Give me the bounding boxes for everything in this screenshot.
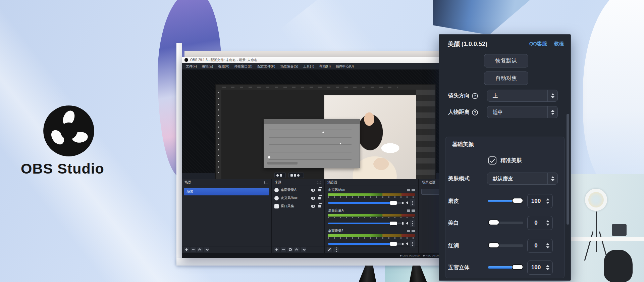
volume-slider-handle[interactable] bbox=[390, 221, 397, 226]
obs-titlebar[interactable]: OBS 29.1.3 - 配置文件: 未命名 - 场景: 未命名 bbox=[182, 57, 452, 63]
menu-docks[interactable]: 停靠窗口(D) bbox=[234, 64, 252, 69]
scenes-dock-header[interactable]: 场景 bbox=[182, 179, 271, 186]
obs-preview-area[interactable] bbox=[182, 69, 452, 173]
whitening-spinbox[interactable]: 0 bbox=[527, 216, 553, 230]
speaker-icon[interactable] bbox=[406, 201, 408, 204]
menu-plugin-center[interactable]: 插件中心(U) bbox=[336, 64, 354, 69]
scene-up-button[interactable] bbox=[197, 247, 203, 252]
face-3d-label: 五官立体 bbox=[448, 264, 470, 271]
qq-support-link[interactable]: QQ客服 bbox=[529, 41, 547, 47]
channel-mini-icons[interactable] bbox=[407, 230, 415, 232]
sources-dock-header[interactable]: 来源 bbox=[272, 179, 324, 186]
remove-source-button[interactable] bbox=[281, 247, 286, 252]
chevron-down-icon[interactable] bbox=[546, 246, 549, 248]
channel-mini-icons[interactable] bbox=[407, 209, 415, 212]
face-3d-slider[interactable] bbox=[488, 266, 523, 269]
help-icon[interactable]: ? bbox=[472, 109, 478, 115]
chevron-down-icon[interactable] bbox=[546, 268, 549, 270]
precise-skin-checkbox-row[interactable]: 精准美肤 bbox=[488, 156, 522, 164]
scenes-dock-title: 场景 bbox=[184, 180, 191, 185]
skin-mode-select[interactable]: 默认磨皮 bbox=[487, 173, 558, 185]
camera-direction-select[interactable]: 上 bbox=[487, 90, 558, 102]
mixer-dock-header[interactable]: 混音器 bbox=[325, 179, 418, 186]
visibility-eye-icon[interactable] bbox=[311, 205, 315, 208]
add-source-button[interactable] bbox=[274, 247, 279, 252]
speaker-icon[interactable] bbox=[406, 222, 408, 225]
volume-slider-handle[interactable] bbox=[390, 242, 397, 246]
source-row[interactable]: 麦克风/Aux bbox=[272, 194, 324, 202]
menu-scene-collection[interactable]: 场景集合(S) bbox=[280, 64, 298, 69]
restore-defaults-button[interactable]: 恢复默认 bbox=[484, 54, 528, 67]
chair-shape bbox=[604, 250, 633, 282]
menu-view[interactable]: 视图(V) bbox=[218, 64, 229, 69]
chevron-up-icon bbox=[551, 176, 554, 178]
speaker-icon[interactable] bbox=[406, 242, 408, 245]
volume-slider[interactable] bbox=[328, 223, 404, 224]
lock-icon[interactable] bbox=[318, 205, 321, 207]
channel-menu-button[interactable] bbox=[410, 220, 415, 227]
menu-tools[interactable]: 工具(T) bbox=[303, 64, 314, 69]
scene-down-button[interactable] bbox=[204, 247, 209, 252]
source-properties-button[interactable] bbox=[287, 247, 293, 252]
slider-handle[interactable] bbox=[488, 242, 499, 248]
source-row[interactable]: 窗口采集 bbox=[272, 202, 324, 210]
obs-docks: 场景 场景 来源 桌面音量A bbox=[182, 179, 452, 253]
filter-quick-button[interactable] bbox=[288, 173, 304, 178]
menu-profile[interactable]: 配置文件(P) bbox=[257, 64, 275, 69]
help-icon[interactable]: ? bbox=[472, 93, 478, 99]
remove-scene-button[interactable] bbox=[191, 247, 196, 252]
kebab-icon bbox=[412, 243, 413, 244]
chevron-up-icon[interactable] bbox=[546, 198, 549, 200]
source-down-button[interactable] bbox=[301, 247, 306, 252]
chevron-up-icon[interactable] bbox=[546, 243, 549, 245]
rosy-spinbox[interactable]: 0 bbox=[527, 239, 553, 253]
select-spinner[interactable] bbox=[547, 173, 557, 184]
face-3d-spinbox[interactable]: 100 bbox=[527, 261, 553, 275]
source-row[interactable]: 桌面音量A bbox=[272, 186, 324, 194]
person-distance-select[interactable]: 适中 bbox=[487, 106, 558, 118]
beauty-quick-button[interactable] bbox=[274, 173, 286, 178]
slider-handle[interactable] bbox=[512, 264, 523, 270]
dock-options-icon[interactable] bbox=[264, 181, 268, 184]
rosy-slider[interactable] bbox=[488, 244, 523, 247]
select-spinner[interactable] bbox=[547, 90, 557, 101]
mixer-menu-button[interactable] bbox=[333, 247, 339, 252]
smoothing-slider[interactable] bbox=[488, 200, 523, 202]
chevron-up-icon[interactable] bbox=[546, 220, 549, 222]
lock-icon[interactable] bbox=[318, 197, 321, 199]
select-spinner[interactable] bbox=[547, 106, 557, 118]
channel-mini-icons[interactable] bbox=[407, 189, 415, 191]
person-distance-value: 适中 bbox=[487, 109, 547, 115]
dock-options-icon[interactable] bbox=[317, 181, 321, 184]
visibility-eye-icon[interactable] bbox=[311, 197, 315, 200]
add-scene-button[interactable] bbox=[184, 247, 189, 252]
scenes-dock: 场景 场景 bbox=[182, 179, 271, 253]
source-up-button[interactable] bbox=[294, 247, 300, 252]
menu-file[interactable]: 文件(F) bbox=[186, 64, 197, 69]
chevron-down-icon[interactable] bbox=[546, 202, 549, 204]
volume-slider[interactable] bbox=[328, 202, 404, 204]
channel-menu-button[interactable] bbox=[410, 199, 415, 206]
menu-edit[interactable]: 编辑(E) bbox=[202, 64, 213, 69]
mixer-toolbar bbox=[325, 246, 418, 253]
menu-help[interactable]: 帮助(H) bbox=[319, 64, 331, 69]
chevron-down-icon[interactable] bbox=[546, 224, 549, 226]
whitening-slider[interactable] bbox=[488, 222, 523, 224]
autofocus-button[interactable]: 自动对焦 bbox=[484, 72, 528, 85]
slider-handle[interactable] bbox=[512, 198, 523, 203]
source-name: 麦克风/Aux bbox=[281, 196, 309, 200]
visibility-eye-icon[interactable] bbox=[311, 189, 315, 192]
mixer-edit-button[interactable] bbox=[327, 247, 332, 252]
scene-list-item[interactable]: 场景 bbox=[184, 188, 269, 195]
lock-icon[interactable] bbox=[318, 189, 321, 191]
filter-icon bbox=[297, 174, 300, 177]
volume-slider[interactable] bbox=[328, 243, 404, 245]
tutorial-link[interactable]: 教程 bbox=[554, 41, 564, 47]
whitening-value: 0 bbox=[528, 220, 544, 226]
panel-scrollbar[interactable] bbox=[567, 114, 569, 225]
smoothing-spinbox[interactable]: 100 bbox=[527, 194, 553, 208]
slider-handle[interactable] bbox=[488, 220, 499, 225]
volume-slider-handle[interactable] bbox=[390, 201, 397, 205]
checkbox-checked[interactable] bbox=[488, 156, 496, 164]
chevron-up-icon[interactable] bbox=[546, 265, 549, 267]
